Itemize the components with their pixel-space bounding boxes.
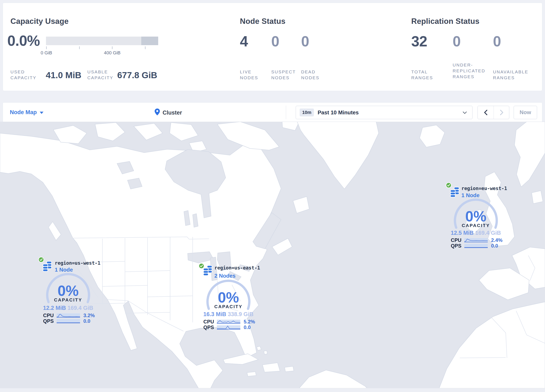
page-footer-strip (0, 388, 545, 392)
replication-status-title: Replication Status (411, 17, 479, 26)
time-step-back-button[interactable] (478, 106, 493, 119)
region-total-capacity: 169.4 GiB (68, 305, 93, 311)
capacity-axis-tick (46, 46, 47, 49)
dead-nodes-label: DEADNODES (301, 69, 320, 81)
qps-sparkline (57, 319, 80, 323)
region-cpu-row: CPU 5.2% (202, 319, 255, 325)
now-button[interactable]: Now (514, 106, 537, 119)
qps-value: 0.0 (83, 318, 90, 324)
region-name: region=us-west-1 (55, 260, 100, 266)
total-ranges-label: TOTALRANGES (411, 69, 433, 81)
unavailable-ranges-count: 0 (493, 34, 501, 49)
region-total-capacity: 169.4 GiB (475, 230, 501, 236)
qps-label: QPS (202, 324, 214, 330)
under-replicated-ranges-label: UNDER-REPLICATEDRANGES (453, 62, 485, 80)
cpu-sparkline (57, 313, 80, 317)
chevron-right-icon (500, 110, 504, 115)
toolbar-divider (286, 106, 286, 119)
usable-capacity-value: 677.8 GiB (117, 70, 157, 80)
region-cpu-row: CPU 3.2% (42, 312, 95, 318)
capacity-axis-tick (145, 46, 145, 49)
qps-value: 0.0 (244, 324, 251, 330)
region-name: region=us-east-1 (214, 265, 260, 271)
time-step-forward-button[interactable] (494, 106, 509, 119)
cpu-value: 3.2% (83, 312, 95, 318)
unavailable-ranges-label: UNAVAILABLERANGES (493, 69, 528, 81)
region-qps-row: QPS 0.0 (202, 324, 251, 330)
qps-sparkline (464, 244, 488, 248)
suspect-nodes-label: SUSPECTNODES (271, 69, 296, 81)
world-map (0, 122, 545, 388)
region-capacity-percent: 0% (203, 291, 254, 305)
dead-nodes-count: 0 (301, 34, 309, 49)
capacity-axis-label-400: 400 GiB (98, 50, 127, 56)
region-used-capacity: 12.2 MiB (43, 305, 66, 311)
region-capacity-values: 12.2 MiB 169.4 GiB (39, 305, 97, 311)
region-used-capacity: 16.3 MiB (203, 311, 226, 317)
suspect-nodes-count: 0 (271, 34, 279, 49)
cpu-value: 2.4% (491, 237, 502, 243)
cpu-label: CPU (202, 319, 214, 325)
region-name: region=eu-west-1 (461, 186, 507, 191)
qps-value: 0.0 (491, 243, 498, 249)
cpu-label: CPU (42, 312, 54, 318)
chevron-down-icon (40, 112, 43, 114)
cpu-value: 5.2% (244, 319, 255, 325)
qps-label: QPS (42, 318, 54, 324)
region-capacity-percent: 0% (43, 284, 93, 298)
region-capacity-values: 16.3 MiB 338.9 GiB (199, 311, 258, 317)
region-capacity-percent: 0% (451, 210, 501, 223)
capacity-usage-title: Capacity Usage (10, 17, 68, 26)
region-capacity-label: CAPACITY (43, 297, 93, 303)
used-capacity-label: USEDCAPACITY (10, 69, 36, 81)
cpu-sparkline (464, 238, 488, 242)
used-capacity-value: 41.0 MiB (46, 70, 81, 80)
under-replicated-ranges-count: 0 (453, 34, 461, 49)
live-nodes-label: LIVENODES (240, 69, 258, 81)
database-nodes-icon (203, 265, 212, 276)
qps-label: QPS (450, 243, 461, 249)
time-range-selector[interactable]: 10m Past 10 Minutes (296, 106, 472, 119)
time-range-badge: 10m (300, 108, 314, 117)
node-map: region=us-west-1 1 Node 0% CAPACITY 12.2… (0, 122, 545, 388)
region-qps-row: QPS 0.0 (42, 318, 90, 324)
region-cpu-row: CPU 2.4% (450, 237, 502, 243)
breadcrumb-cluster[interactable]: Cluster (163, 110, 182, 116)
time-range-value: Past 10 Minutes (318, 109, 359, 116)
view-selector-label: Node Map (10, 109, 37, 116)
region-capacity-label: CAPACITY (451, 223, 501, 228)
qps-sparkline (217, 325, 240, 330)
region-capacity-values: 12.5 MiB 169.4 GiB (446, 230, 505, 236)
region-used-capacity: 12.5 MiB (451, 230, 474, 236)
time-step-control (477, 106, 509, 119)
view-selector-dropdown[interactable]: Node Map (10, 109, 43, 116)
region-capacity-label: CAPACITY (203, 304, 254, 309)
region-total-capacity: 338.9 GiB (228, 311, 254, 317)
map-pin-icon (155, 108, 160, 115)
capacity-axis-tick (79, 46, 80, 49)
cockroachdb-node-map-page: Capacity Usage 0.0% 0 GiB 400 GiB USEDCA… (0, 0, 545, 392)
chevron-left-icon (483, 110, 488, 115)
node-status-title: Node Status (240, 17, 285, 26)
capacity-axis-tick (112, 46, 112, 49)
usable-capacity-label: USABLECAPACITY (87, 69, 113, 81)
capacity-bar (46, 37, 158, 45)
chevron-down-icon (463, 112, 467, 114)
capacity-used-percent: 0.0% (7, 33, 40, 48)
region-qps-row: QPS 0.0 (450, 243, 498, 249)
total-ranges-count: 32 (411, 34, 427, 49)
capacity-axis-label-0: 0 GiB (32, 50, 61, 56)
capacity-bar-reserved-segment (141, 37, 158, 45)
cpu-label: CPU (450, 237, 461, 243)
cpu-sparkline (217, 320, 240, 324)
live-nodes-count: 4 (240, 34, 248, 49)
